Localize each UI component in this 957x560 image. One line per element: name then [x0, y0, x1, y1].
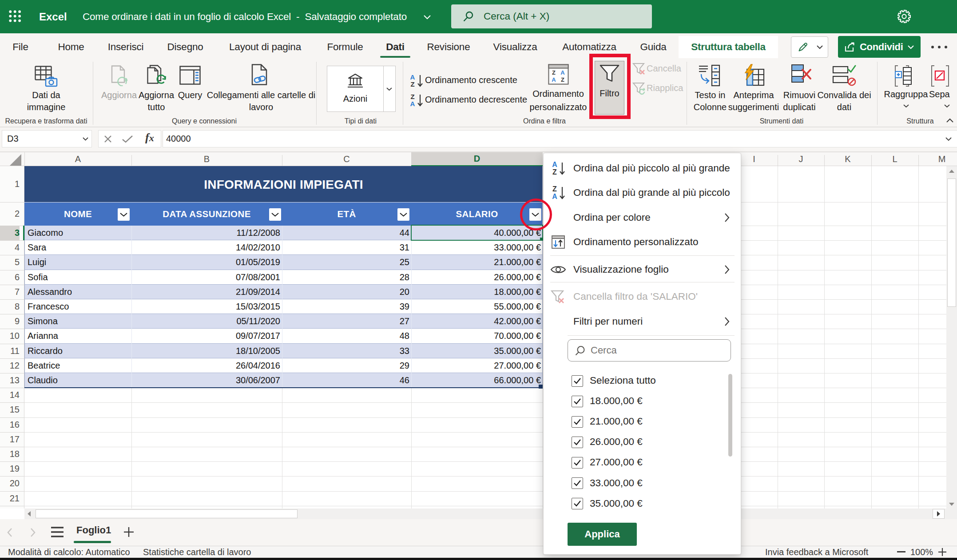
svg-text:Z: Z — [552, 168, 557, 175]
svg-text:Z: Z — [561, 76, 564, 83]
svg-text:A: A — [552, 76, 556, 83]
svg-text:A: A — [410, 74, 415, 81]
svg-text:Z: Z — [552, 69, 556, 76]
svg-text:Z: Z — [410, 80, 414, 87]
svg-text:Z: Z — [410, 94, 414, 100]
svg-text:A: A — [560, 69, 565, 76]
svg-text:A: A — [410, 100, 415, 107]
svg-text:A: A — [552, 193, 557, 200]
svg-text:Z: Z — [552, 186, 557, 193]
svg-text:A: A — [552, 161, 557, 168]
